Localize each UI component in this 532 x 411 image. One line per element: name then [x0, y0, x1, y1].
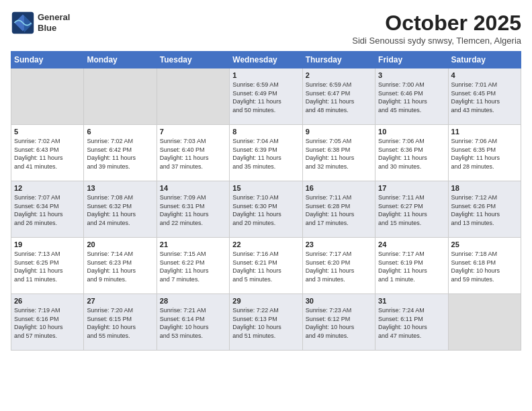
- day-number: 12: [14, 184, 81, 192]
- calendar-day-cell: 13Sunrise: 7:08 AM Sunset: 6:32 PM Dayli…: [84, 181, 157, 238]
- calendar-day-cell: 30Sunrise: 7:23 AM Sunset: 6:12 PM Dayli…: [302, 294, 375, 351]
- calendar-day-cell: 3Sunrise: 7:00 AM Sunset: 6:46 PM Daylig…: [375, 68, 448, 125]
- calendar-day-cell: [448, 294, 521, 351]
- day-number: 24: [378, 240, 445, 248]
- weekday-header-tuesday: Tuesday: [157, 52, 229, 68]
- day-info: Sunrise: 7:07 AM Sunset: 6:34 PM Dayligh…: [14, 193, 81, 227]
- logo: General Blue: [11, 11, 70, 35]
- calendar-week-row: 19Sunrise: 7:13 AM Sunset: 6:25 PM Dayli…: [11, 238, 521, 294]
- calendar-week-row: 5Sunrise: 7:02 AM Sunset: 6:43 PM Daylig…: [11, 125, 521, 181]
- calendar-day-cell: 2Sunrise: 6:59 AM Sunset: 6:47 PM Daylig…: [302, 68, 375, 125]
- day-info: Sunrise: 7:03 AM Sunset: 6:40 PM Dayligh…: [160, 137, 226, 171]
- title-block: October 2025 Sidi Senoussi sydy snwsy, T…: [352, 11, 521, 46]
- calendar-day-cell: 7Sunrise: 7:03 AM Sunset: 6:40 PM Daylig…: [157, 125, 229, 181]
- day-number: 10: [378, 128, 445, 136]
- calendar-day-cell: 10Sunrise: 7:06 AM Sunset: 6:36 PM Dayli…: [375, 125, 448, 181]
- calendar-day-cell: 11Sunrise: 7:06 AM Sunset: 6:35 PM Dayli…: [448, 125, 521, 181]
- day-number: 18: [451, 184, 518, 192]
- weekday-header-friday: Friday: [375, 52, 448, 68]
- calendar-day-cell: 23Sunrise: 7:17 AM Sunset: 6:20 PM Dayli…: [302, 238, 375, 294]
- calendar-week-row: 1Sunrise: 6:59 AM Sunset: 6:49 PM Daylig…: [11, 68, 521, 125]
- day-info: Sunrise: 7:04 AM Sunset: 6:39 PM Dayligh…: [232, 137, 299, 171]
- day-info: Sunrise: 7:20 AM Sunset: 6:15 PM Dayligh…: [87, 306, 153, 340]
- day-info: Sunrise: 7:10 AM Sunset: 6:30 PM Dayligh…: [232, 193, 299, 227]
- day-number: 29: [232, 297, 299, 305]
- calendar-day-cell: 12Sunrise: 7:07 AM Sunset: 6:34 PM Dayli…: [11, 181, 84, 238]
- day-number: 27: [87, 297, 153, 305]
- day-info: Sunrise: 6:59 AM Sunset: 6:49 PM Dayligh…: [232, 81, 299, 114]
- page-header: General Blue October 2025 Sidi Senoussi …: [11, 11, 521, 46]
- calendar-day-cell: 4Sunrise: 7:01 AM Sunset: 6:45 PM Daylig…: [448, 68, 521, 125]
- day-number: 13: [87, 184, 153, 192]
- day-info: Sunrise: 7:02 AM Sunset: 6:43 PM Dayligh…: [14, 137, 81, 171]
- day-info: Sunrise: 7:16 AM Sunset: 6:21 PM Dayligh…: [232, 250, 299, 283]
- calendar-day-cell: 25Sunrise: 7:18 AM Sunset: 6:18 PM Dayli…: [448, 238, 521, 294]
- calendar-day-cell: 18Sunrise: 7:12 AM Sunset: 6:26 PM Dayli…: [448, 181, 521, 238]
- day-info: Sunrise: 7:13 AM Sunset: 6:25 PM Dayligh…: [14, 250, 81, 283]
- calendar-day-cell: 6Sunrise: 7:02 AM Sunset: 6:42 PM Daylig…: [84, 125, 157, 181]
- day-number: 3: [378, 71, 445, 79]
- day-info: Sunrise: 6:59 AM Sunset: 6:47 PM Dayligh…: [306, 81, 372, 114]
- day-info: Sunrise: 7:15 AM Sunset: 6:22 PM Dayligh…: [160, 250, 226, 283]
- day-number: 7: [160, 128, 226, 136]
- day-number: 25: [451, 240, 518, 248]
- weekday-header-wednesday: Wednesday: [230, 52, 302, 68]
- day-info: Sunrise: 7:22 AM Sunset: 6:13 PM Dayligh…: [232, 306, 299, 340]
- calendar-day-cell: 27Sunrise: 7:20 AM Sunset: 6:15 PM Dayli…: [84, 294, 157, 351]
- day-info: Sunrise: 7:11 AM Sunset: 6:28 PM Dayligh…: [306, 193, 372, 227]
- day-info: Sunrise: 7:21 AM Sunset: 6:14 PM Dayligh…: [160, 306, 226, 340]
- day-number: 28: [160, 297, 226, 305]
- day-number: 6: [87, 128, 153, 136]
- day-number: 2: [306, 71, 372, 79]
- day-info: Sunrise: 7:18 AM Sunset: 6:18 PM Dayligh…: [451, 250, 518, 283]
- day-number: 16: [306, 184, 372, 192]
- calendar-day-cell: 31Sunrise: 7:24 AM Sunset: 6:11 PM Dayli…: [375, 294, 448, 351]
- day-info: Sunrise: 7:11 AM Sunset: 6:27 PM Dayligh…: [378, 193, 445, 227]
- day-info: Sunrise: 7:24 AM Sunset: 6:11 PM Dayligh…: [378, 306, 445, 340]
- day-number: 22: [232, 240, 299, 248]
- day-info: Sunrise: 7:06 AM Sunset: 6:35 PM Dayligh…: [451, 137, 518, 171]
- calendar-day-cell: 28Sunrise: 7:21 AM Sunset: 6:14 PM Dayli…: [157, 294, 229, 351]
- weekday-header-thursday: Thursday: [302, 52, 375, 68]
- day-info: Sunrise: 7:09 AM Sunset: 6:31 PM Dayligh…: [160, 193, 226, 227]
- month-title: October 2025: [352, 11, 521, 36]
- day-number: 23: [306, 240, 372, 248]
- calendar-day-cell: 14Sunrise: 7:09 AM Sunset: 6:31 PM Dayli…: [157, 181, 229, 238]
- calendar-day-cell: [84, 68, 157, 125]
- day-info: Sunrise: 7:17 AM Sunset: 6:19 PM Dayligh…: [378, 250, 445, 283]
- day-info: Sunrise: 7:02 AM Sunset: 6:42 PM Dayligh…: [87, 137, 153, 171]
- day-info: Sunrise: 7:01 AM Sunset: 6:45 PM Dayligh…: [451, 81, 518, 114]
- calendar-day-cell: 29Sunrise: 7:22 AM Sunset: 6:13 PM Dayli…: [230, 294, 302, 351]
- day-number: 26: [14, 297, 81, 305]
- day-number: 9: [306, 128, 372, 136]
- calendar-week-row: 26Sunrise: 7:19 AM Sunset: 6:16 PM Dayli…: [11, 294, 521, 351]
- calendar-week-row: 12Sunrise: 7:07 AM Sunset: 6:34 PM Dayli…: [11, 181, 521, 238]
- weekday-header-saturday: Saturday: [448, 52, 521, 68]
- day-number: 30: [306, 297, 372, 305]
- day-info: Sunrise: 7:00 AM Sunset: 6:46 PM Dayligh…: [378, 81, 445, 114]
- calendar-day-cell: 22Sunrise: 7:16 AM Sunset: 6:21 PM Dayli…: [230, 238, 302, 294]
- calendar-day-cell: 8Sunrise: 7:04 AM Sunset: 6:39 PM Daylig…: [230, 125, 302, 181]
- calendar-day-cell: 1Sunrise: 6:59 AM Sunset: 6:49 PM Daylig…: [230, 68, 302, 125]
- calendar-day-cell: [11, 68, 84, 125]
- logo-text: General Blue: [38, 12, 70, 33]
- day-info: Sunrise: 7:19 AM Sunset: 6:16 PM Dayligh…: [14, 306, 81, 340]
- calendar-day-cell: 15Sunrise: 7:10 AM Sunset: 6:30 PM Dayli…: [230, 181, 302, 238]
- calendar-table: SundayMondayTuesdayWednesdayThursdayFrid…: [11, 51, 521, 351]
- day-info: Sunrise: 7:08 AM Sunset: 6:32 PM Dayligh…: [87, 193, 153, 227]
- calendar-day-cell: 19Sunrise: 7:13 AM Sunset: 6:25 PM Dayli…: [11, 238, 84, 294]
- logo-icon: [11, 11, 35, 35]
- day-number: 21: [160, 240, 226, 248]
- weekday-header-sunday: Sunday: [11, 52, 84, 68]
- calendar-day-cell: 24Sunrise: 7:17 AM Sunset: 6:19 PM Dayli…: [375, 238, 448, 294]
- weekday-header-row: SundayMondayTuesdayWednesdayThursdayFrid…: [11, 52, 521, 68]
- day-info: Sunrise: 7:12 AM Sunset: 6:26 PM Dayligh…: [451, 193, 518, 227]
- day-info: Sunrise: 7:05 AM Sunset: 6:38 PM Dayligh…: [306, 137, 372, 171]
- day-info: Sunrise: 7:06 AM Sunset: 6:36 PM Dayligh…: [378, 137, 445, 171]
- calendar-day-cell: 21Sunrise: 7:15 AM Sunset: 6:22 PM Dayli…: [157, 238, 229, 294]
- day-number: 11: [451, 128, 518, 136]
- day-number: 1: [232, 71, 299, 79]
- calendar-day-cell: 16Sunrise: 7:11 AM Sunset: 6:28 PM Dayli…: [302, 181, 375, 238]
- calendar-day-cell: 5Sunrise: 7:02 AM Sunset: 6:43 PM Daylig…: [11, 125, 84, 181]
- calendar-day-cell: [157, 68, 229, 125]
